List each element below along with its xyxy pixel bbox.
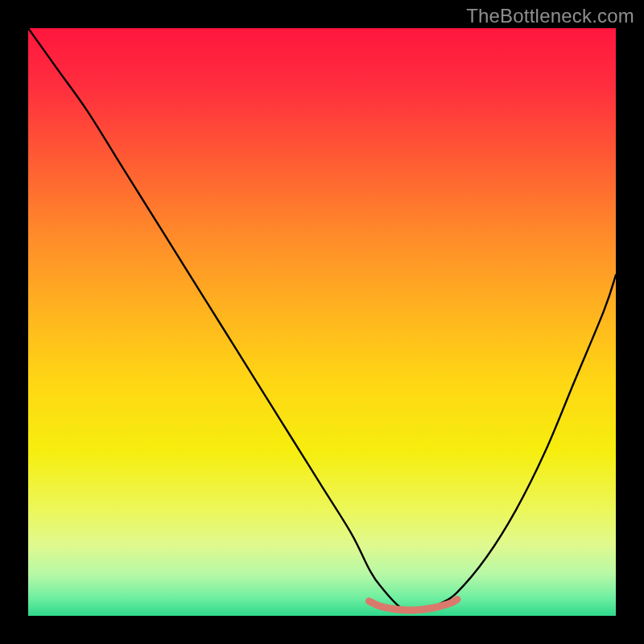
chart-frame: TheBottleneck.com: [0, 0, 644, 644]
bottleneck-curve: [28, 28, 616, 612]
watermark-text: TheBottleneck.com: [466, 5, 634, 27]
plot-area: [28, 28, 616, 616]
curve-layer: [28, 28, 616, 616]
